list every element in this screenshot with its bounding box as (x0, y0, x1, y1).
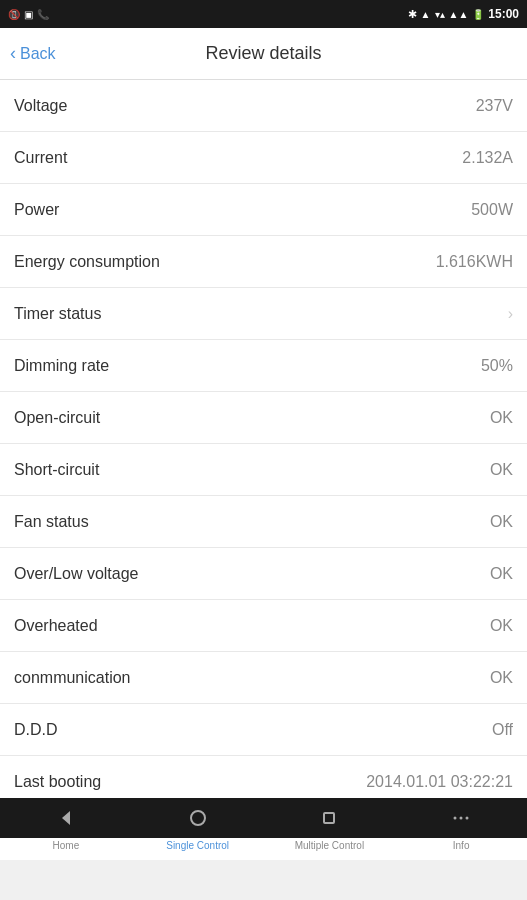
info-nav-label: Info (453, 840, 470, 851)
row-label: Dimming rate (14, 357, 109, 375)
row-label: Power (14, 201, 59, 219)
page-title: Review details (205, 43, 321, 64)
single-control-nav-label: Single Control (166, 840, 229, 851)
row-value: OK (490, 617, 513, 635)
row-label: Voltage (14, 97, 67, 115)
table-row: Power500W (0, 184, 527, 236)
table-row: Short-circuitOK (0, 444, 527, 496)
row-label: conmmunication (14, 669, 131, 687)
sim-icon: ▣ (24, 9, 33, 20)
table-row: Voltage237V (0, 80, 527, 132)
table-row: Over/Low voltageOK (0, 548, 527, 600)
status-bar-left: 📵 ▣ 📞 (8, 9, 49, 20)
svg-marker-10 (62, 811, 70, 825)
svg-point-11 (191, 811, 205, 825)
home-nav-button[interactable] (183, 808, 213, 828)
signal2-icon: ▲▲ (449, 9, 469, 20)
row-label: Overheated (14, 617, 98, 635)
row-value: Off (492, 721, 513, 739)
row-label: Short-circuit (14, 461, 99, 479)
status-bar: 📵 ▣ 📞 ✱ ▲ ▾▴ ▲▲ 🔋 15:00 (0, 0, 527, 28)
row-label: Timer status (14, 305, 101, 323)
table-row[interactable]: Timer status› (0, 288, 527, 340)
table-row: conmmunicationOK (0, 652, 527, 704)
android-nav-bar (0, 798, 527, 838)
clock: 15:00 (488, 7, 519, 21)
row-label: Last booting (14, 773, 101, 791)
chevron-right-icon: › (508, 305, 513, 323)
row-value: OK (490, 565, 513, 583)
back-label: Back (20, 45, 56, 63)
svg-point-15 (466, 817, 469, 820)
menu-nav-button[interactable] (446, 808, 476, 828)
row-label: Energy consumption (14, 253, 160, 271)
back-button[interactable]: ‹ Back (10, 43, 56, 64)
row-value: OK (490, 669, 513, 687)
battery-icon: 🔋 (472, 9, 484, 20)
phone-icon: 📞 (37, 9, 49, 20)
table-row: Fan statusOK (0, 496, 527, 548)
signal-icon: ▲ (421, 9, 431, 20)
home-nav-label: Home (53, 840, 80, 851)
content-area: Voltage237VCurrent2.132APower500WEnergy … (0, 80, 527, 838)
row-label: Over/Low voltage (14, 565, 139, 583)
back-chevron-icon: ‹ (10, 43, 16, 64)
notification-icon: 📵 (8, 9, 20, 20)
row-value: OK (490, 513, 513, 531)
row-label: D.D.D (14, 721, 58, 739)
wifi-icon: ▾▴ (435, 9, 445, 20)
row-value: 1.616KWH (436, 253, 513, 271)
multiple-control-nav-label: Multiple Control (295, 840, 364, 851)
row-label: Open-circuit (14, 409, 100, 427)
back-nav-button[interactable] (51, 808, 81, 828)
table-row: Open-circuitOK (0, 392, 527, 444)
row-label: Fan status (14, 513, 89, 531)
table-row: Dimming rate50% (0, 340, 527, 392)
svg-point-14 (460, 817, 463, 820)
table-row: Current2.132A (0, 132, 527, 184)
row-value: 2014.01.01 03:22:21 (366, 773, 513, 791)
table-row: D.D.DOff (0, 704, 527, 756)
row-label: Current (14, 149, 67, 167)
row-value: 237V (476, 97, 513, 115)
table-row: Energy consumption1.616KWH (0, 236, 527, 288)
bluetooth-icon: ✱ (408, 8, 417, 21)
row-value: OK (490, 409, 513, 427)
row-value: 50% (481, 357, 513, 375)
row-value: 500W (471, 201, 513, 219)
header: ‹ Back Review details (0, 28, 527, 80)
status-bar-right: ✱ ▲ ▾▴ ▲▲ 🔋 15:00 (408, 7, 519, 21)
svg-rect-12 (324, 813, 334, 823)
row-value: OK (490, 461, 513, 479)
row-value: 2.132A (462, 149, 513, 167)
svg-point-13 (454, 817, 457, 820)
recents-nav-button[interactable] (314, 808, 344, 828)
table-row: OverheatedOK (0, 600, 527, 652)
